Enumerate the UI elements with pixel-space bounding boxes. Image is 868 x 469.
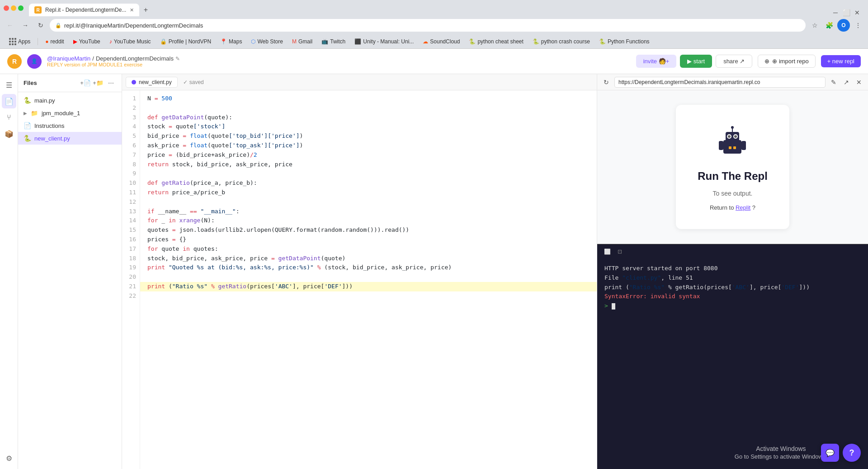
file-tree: 🐍 main.py ▶ 📁 jpm_module_1 📄 Instruction… — [18, 92, 122, 469]
replit-main: ☰ 📄 ⑂ 📦 ⚙ Files +📄 +📁 ⋯ — [0, 74, 868, 469]
bookmark-star-icon[interactable]: ☆ — [808, 19, 821, 32]
bookmark-maps[interactable]: 📍 Maps — [217, 38, 245, 46]
share-tab[interactable]: share ↗ — [716, 55, 752, 68]
robot-button-2 — [733, 146, 736, 149]
robot-arm-right — [741, 141, 746, 150]
gmail-icon: M — [292, 38, 297, 45]
new-tab-button[interactable]: + — [139, 4, 152, 16]
restore-window-icon[interactable]: ⬜ — [843, 9, 850, 16]
reddit-icon: ● — [45, 38, 48, 45]
github-icon: ⊕ — [764, 58, 769, 65]
tab-close-icon[interactable]: ✕ — [130, 7, 134, 13]
bookmark-twitch[interactable]: 📺 Twitch — [318, 38, 349, 46]
file-panel-header: Files +📄 +📁 ⋯ — [18, 74, 122, 92]
file-item-new-client[interactable]: 🐍 new_client.py ⋯ — [18, 132, 122, 145]
bookmark-youtube[interactable]: ▶ YouTube — [70, 38, 104, 46]
bookmark-python-cheat[interactable]: 🐍 python cheat sheet — [465, 38, 527, 46]
folder-item-jpm[interactable]: ▶ 📁 jpm_module_1 — [18, 107, 122, 119]
code-content[interactable]: N = 500 def getDataPoint(quote): stock =… — [140, 90, 597, 469]
bookmark-unity[interactable]: ⬛ Unity - Manual: Uni... — [351, 38, 417, 46]
tab-favicon: R — [34, 6, 42, 14]
python-file-icon: 🐍 — [24, 97, 31, 104]
help-button[interactable]: ? — [843, 444, 861, 462]
python-crash-icon: 🐍 — [533, 38, 539, 45]
reload-button[interactable]: ↻ — [34, 19, 47, 32]
robot-svg — [714, 123, 750, 159]
svg-point-3 — [731, 126, 734, 129]
code-area[interactable]: 1 2 3 4 5 6 7 8 9 10 11 12 13 14 — [122, 90, 597, 469]
webview-refresh-button[interactable]: ↻ — [601, 77, 612, 88]
extensions-icon[interactable]: 🧩 — [823, 19, 835, 32]
replit-logo[interactable]: R — [7, 54, 22, 69]
address-bar[interactable]: 🔒 repl.it/@IraniqueMartin/DependentLongt… — [50, 19, 806, 32]
forward-button[interactable]: → — [19, 19, 32, 32]
return-link: Return to Replit ? — [710, 204, 755, 211]
replit-link[interactable]: Replit — [736, 204, 750, 211]
sidebar-icon-files[interactable]: 📄 — [2, 94, 16, 108]
sidebar-icon-packages[interactable]: 📦 — [2, 127, 16, 141]
edit-url-icon[interactable]: ✎ — [828, 77, 839, 88]
menu-icon[interactable]: ⋮ — [852, 19, 864, 32]
saved-text: saved — [189, 79, 204, 85]
import-repo-button[interactable]: ⊕ ⊕ import repo — [758, 55, 815, 68]
sidebar-icon-settings[interactable]: ⚙ — [2, 451, 16, 465]
more-options-button[interactable]: ⋯ — [105, 78, 116, 89]
bookmark-apps[interactable]: Apps — [5, 37, 34, 46]
bookmark-youtube-music[interactable]: ♪ YouTube Music — [106, 38, 155, 46]
profile-icon[interactable]: O — [837, 19, 850, 32]
code-line-18: stock, bid_price, ask_price, price = get… — [140, 254, 597, 263]
start-tab[interactable]: ▶ start — [680, 55, 712, 68]
bookmark-nordvpn[interactable]: 🔒 Profile | NordVPN — [156, 38, 215, 46]
invite-tab-label: invite 🧑+ — [643, 58, 670, 65]
code-line-14: for _ in xrange(N): — [140, 216, 597, 225]
add-folder-button[interactable]: +📁 — [93, 78, 104, 89]
close-webview-icon[interactable]: ✕ — [854, 77, 864, 88]
terminal-minimize-icon[interactable]: ⬜ — [603, 247, 612, 256]
title-bar: R Repl.it - DependentLongtermDe... ✕ + ─… — [0, 0, 868, 16]
file-item-instructions[interactable]: 📄 Instructions — [18, 119, 122, 132]
replit-header: R 👤 @IraniqueMartin / DependentLongtermD… — [0, 49, 868, 74]
folder-icon: 📁 — [31, 110, 38, 117]
code-line-17: for quote in quotes: — [140, 244, 597, 254]
bookmark-soundcloud[interactable]: ☁ SoundCloud — [419, 38, 463, 46]
edit-icon[interactable]: ✎ — [175, 56, 180, 62]
bookmark-python-crash[interactable]: 🐍 python crash course — [529, 38, 594, 46]
code-line-10: def getRatio(price_a, price_b): — [140, 178, 597, 188]
chevron-right-icon: ▶ — [24, 111, 27, 116]
window-controls[interactable] — [4, 5, 24, 11]
invite-tab[interactable]: invite 🧑+ — [636, 55, 677, 68]
bookmark-gmail[interactable]: M Gmail — [288, 38, 316, 46]
back-button[interactable]: ← — [4, 19, 16, 32]
close-window-icon[interactable]: ✕ — [854, 9, 861, 16]
lock-icon: 🔒 — [55, 23, 61, 28]
terminal-line-1: HTTP server started on port 8080 — [604, 264, 861, 273]
code-line-13: if __name__ == "__main__": — [140, 207, 597, 216]
chat-button[interactable]: 💬 — [821, 444, 839, 462]
browser-right-controls: ─ ⬜ ✕ — [832, 9, 864, 16]
robot-illustration — [714, 123, 750, 159]
file-item-main-py[interactable]: 🐍 main.py — [18, 94, 122, 107]
minimize-button[interactable] — [11, 5, 16, 11]
code-line-7: price = (bid_price+ask_price)/2 — [140, 150, 597, 160]
editor-tab-new-client[interactable]: new_client.py — [126, 77, 178, 88]
repl-path: @IraniqueMartin / DependentLongtermDecim… — [47, 55, 180, 62]
webview-address[interactable]: https://DependentLongtermDecimals.iraniq… — [614, 77, 826, 88]
bookmark-webstore[interactable]: ⬡ Web Store — [247, 38, 286, 46]
minimize-window-icon[interactable]: ─ — [832, 9, 839, 16]
tab-file-icon — [132, 80, 136, 84]
terminal[interactable]: HTTP server started on port 8080 File "c… — [597, 258, 868, 469]
replit-avatar[interactable]: 👤 — [27, 54, 42, 69]
maximize-button[interactable] — [18, 5, 24, 11]
code-editor: new_client.py ✓ saved 1 2 3 4 5 6 — [122, 74, 597, 469]
add-file-button[interactable]: +📄 — [80, 78, 91, 89]
active-tab[interactable]: R Repl.it - DependentLongtermDe... ✕ — [29, 4, 139, 16]
bookmark-python-functions[interactable]: 🐍 Python Functions — [595, 38, 653, 46]
sidebar-icon-git[interactable]: ⑂ — [2, 110, 16, 125]
sidebar-icon-menu[interactable]: ☰ — [2, 78, 16, 92]
address-text[interactable]: repl.it/@IraniqueMartin/DependentLongter… — [64, 22, 800, 29]
terminal-maximize-icon[interactable]: ⊡ — [615, 247, 624, 256]
new-repl-button[interactable]: + new repl — [821, 55, 861, 67]
bookmark-reddit[interactable]: ● reddit — [42, 38, 67, 46]
open-external-icon[interactable]: ↗ — [841, 77, 852, 88]
close-button[interactable] — [4, 5, 9, 11]
